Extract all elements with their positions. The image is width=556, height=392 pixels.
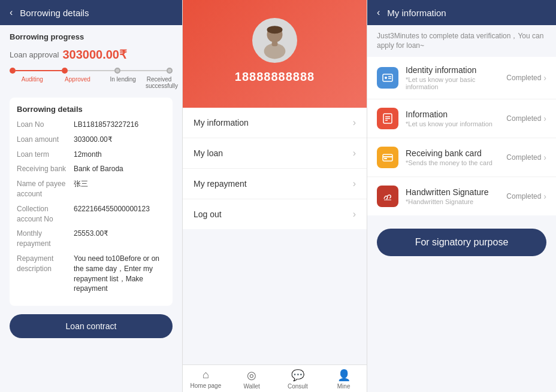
status-chevron-0: › bbox=[543, 73, 546, 83]
menu-item-1[interactable]: My loan › bbox=[183, 138, 367, 169]
info-title-0: Identity information bbox=[406, 65, 506, 75]
step-dot-2 bbox=[62, 68, 68, 74]
home-icon: ⌂ bbox=[203, 369, 209, 381]
nav-consult-label: Consult bbox=[288, 383, 308, 390]
detail-label-4: Name of payee account bbox=[17, 179, 74, 199]
status-label-0: Completed bbox=[506, 74, 541, 82]
status-chevron-3: › bbox=[543, 192, 546, 201]
menu-item-label-1: My loan bbox=[194, 148, 223, 158]
profile-banner: 18888888888 bbox=[183, 0, 367, 108]
svg-rect-12 bbox=[383, 154, 392, 161]
menu-item-2[interactable]: My repayment › bbox=[183, 169, 367, 199]
detail-row-7: Repayment description You need to10Befor… bbox=[17, 254, 165, 294]
left-body: Borrowing progress Loan approval 303000.… bbox=[0, 25, 182, 392]
consult-icon: 💬 bbox=[291, 369, 304, 382]
svg-rect-14 bbox=[384, 158, 387, 159]
avatar bbox=[252, 18, 297, 63]
detail-row-6: Monthly repayment 25553.00₹ bbox=[17, 229, 165, 249]
detail-label-7: Repayment description bbox=[17, 254, 74, 294]
status-label-3: Completed bbox=[506, 192, 541, 200]
info-item-3[interactable]: Handwritten Signature *Handwritten Signa… bbox=[367, 177, 556, 215]
step-line-1 bbox=[16, 70, 62, 71]
menu-item-label-3: Log out bbox=[194, 209, 222, 219]
nav-wallet-label: Wallet bbox=[243, 383, 259, 390]
menu-item-3[interactable]: Log out › bbox=[183, 199, 367, 229]
status-chevron-1: › bbox=[543, 114, 546, 123]
info-text-0: Identity information *Let us know your b… bbox=[406, 65, 506, 90]
detail-value-6: 25553.00₹ bbox=[74, 229, 165, 249]
info-list: Identity information *Let us know your b… bbox=[367, 57, 556, 215]
info-subtitle-2: *Sends the money to the card bbox=[406, 159, 506, 166]
detail-label-3: Receiving bank bbox=[17, 164, 74, 174]
detail-row-5: Collection account No 622216645500000012… bbox=[17, 204, 165, 224]
step-line-2 bbox=[68, 70, 114, 71]
nav-mine-label: Mine bbox=[337, 383, 350, 390]
detail-value-1: 303000.00₹ bbox=[74, 135, 165, 145]
step-labels: Auditing Approved In lending Received su… bbox=[10, 76, 173, 89]
signatory-button[interactable]: For signatory purpose bbox=[377, 229, 546, 256]
info-item-1[interactable]: Information *Let us know your informatio… bbox=[367, 99, 556, 138]
middle-panel: 18888888888 My information › My loan › M… bbox=[183, 0, 367, 392]
info-status-2: Completed › bbox=[506, 153, 546, 162]
bank-card-icon bbox=[377, 147, 398, 168]
borrowing-details-section: Borrowing details Loan No LB118185732272… bbox=[10, 98, 173, 306]
svg-rect-3 bbox=[272, 41, 278, 46]
right-subtitle: Just3Minutes to complete data verificati… bbox=[367, 25, 556, 57]
info-text-3: Handwritten Signature *Handwritten Signa… bbox=[406, 187, 506, 205]
detail-value-2: 12month bbox=[74, 150, 165, 160]
info-title-2: Receiving bank card bbox=[406, 148, 506, 158]
detail-row-1: Loan amount 303000.00₹ bbox=[17, 135, 165, 145]
step-dot-1 bbox=[10, 68, 16, 74]
detail-value-7: You need to10Before or on the same day，E… bbox=[74, 254, 165, 294]
step-dot-4 bbox=[167, 68, 173, 74]
step-label-3: In lending bbox=[100, 76, 146, 89]
detail-label-0: Loan No bbox=[17, 120, 74, 130]
loan-approval-amount: 303000.00₹ bbox=[62, 47, 127, 62]
phone-number: 18888888888 bbox=[235, 70, 315, 84]
step-line-3 bbox=[120, 70, 167, 71]
step-dot-3 bbox=[114, 68, 120, 74]
menu-item-0[interactable]: My information › bbox=[183, 108, 367, 138]
status-chevron-2: › bbox=[543, 153, 546, 162]
info-text-1: Information *Let us know your informatio… bbox=[406, 110, 506, 127]
nav-mine[interactable]: 👤 Mine bbox=[321, 369, 367, 390]
info-status-3: Completed › bbox=[506, 192, 546, 201]
loan-approval-label: Loan approval bbox=[10, 50, 59, 59]
menu-list: My information › My loan › My repayment … bbox=[183, 108, 367, 229]
nav-consult[interactable]: 💬 Consult bbox=[275, 369, 321, 390]
left-panel: ‹ Borrowing details Borrowing progress L… bbox=[0, 0, 183, 392]
detail-row-3: Receiving bank Bank of Baroda bbox=[17, 164, 165, 174]
info-status-1: Completed › bbox=[506, 114, 546, 123]
nav-home[interactable]: ⌂ Home page bbox=[183, 369, 229, 390]
status-label-2: Completed bbox=[506, 153, 541, 162]
nav-wallet[interactable]: ◎ Wallet bbox=[229, 369, 275, 390]
chevron-icon-3: › bbox=[353, 209, 356, 220]
info-title-3: Handwritten Signature bbox=[406, 187, 506, 197]
detail-row-4: Name of payee account 张三 bbox=[17, 179, 165, 199]
avatar-icon bbox=[255, 21, 294, 60]
nav-home-label: Home page bbox=[191, 382, 222, 389]
step-progress-bar bbox=[10, 68, 173, 74]
menu-item-label-2: My repayment bbox=[194, 179, 247, 189]
menu-item-label-0: My information bbox=[194, 118, 249, 127]
chevron-icon-2: › bbox=[353, 178, 356, 189]
step-label-4: Received successfully bbox=[146, 76, 173, 89]
back-arrow-right[interactable]: ‹ bbox=[377, 7, 380, 18]
back-arrow-left[interactable]: ‹ bbox=[10, 7, 13, 18]
info-title-1: Information bbox=[406, 110, 506, 119]
detail-value-4: 张三 bbox=[74, 179, 165, 199]
info-item-0[interactable]: Identity information *Let us know your b… bbox=[367, 57, 556, 99]
middle-spacer bbox=[183, 229, 367, 364]
loan-approval: Loan approval 303000.00₹ bbox=[10, 47, 173, 62]
info-item-2[interactable]: Receiving bank card *Sends the money to … bbox=[367, 138, 556, 177]
details-section-title: Borrowing details bbox=[17, 105, 165, 114]
detail-label-2: Loan term bbox=[17, 150, 74, 160]
svg-point-5 bbox=[385, 77, 387, 79]
mine-icon: 👤 bbox=[337, 369, 350, 382]
loan-contract-button[interactable]: Loan contract bbox=[10, 314, 173, 338]
right-header-title: My information bbox=[387, 8, 446, 18]
svg-rect-4 bbox=[383, 74, 392, 81]
left-header-title: Borrowing details bbox=[20, 8, 89, 18]
progress-title: Borrowing progress bbox=[10, 32, 173, 41]
detail-label-5: Collection account No bbox=[17, 204, 74, 224]
